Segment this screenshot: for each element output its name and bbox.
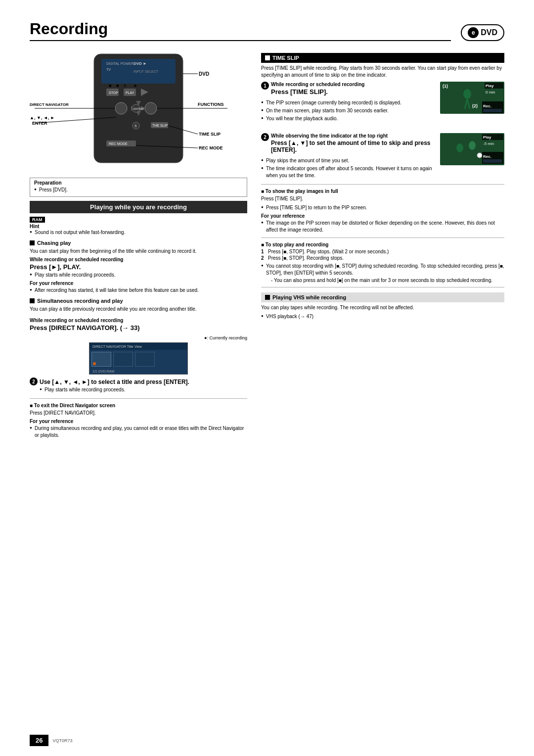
page-title: Recording <box>30 20 451 41</box>
step2-bullet: Play starts while recording proceeds. <box>40 386 247 393</box>
step2-content: Use [▲, ▼, ◄, ►] to select a title and p… <box>40 378 247 394</box>
simultaneous-section: Simultaneous recording and play You can … <box>30 298 247 439</box>
step2-right-content: While observing the time indicator at th… <box>271 133 436 154</box>
svg-text:INPUT SELECT: INPUT SELECT <box>134 70 159 73</box>
ts-step1-label: While recording or scheduled recording <box>271 82 364 87</box>
svg-point-56 <box>469 141 476 150</box>
divider2 <box>261 184 504 185</box>
sim-ref-text: During simultaneous recording and play, … <box>30 425 247 439</box>
ts2-bullet2: The time indicator goes off after about … <box>261 165 504 179</box>
playing-vhs-title: Playing VHS while recording <box>261 292 504 302</box>
main-content: DIGITAL POWER TV DVD ► INPUT SELECT STOP… <box>30 49 504 440</box>
svg-text:(1): (1) <box>443 84 448 89</box>
vhs-square-icon <box>265 295 270 300</box>
to-show-bullet: Press [TIME SLIP] to return to the PIP s… <box>261 204 504 211</box>
svg-text:DVD: DVD <box>199 71 209 77</box>
chasing-play-body: You can start play from the beginning of… <box>30 248 247 255</box>
page: Recording e DVD DIGITAL POWER TV DVD ► <box>0 0 534 756</box>
to-exit-label: ■ To exit the Direct Navigator screen <box>30 403 247 408</box>
svg-text:Play: Play <box>486 84 494 88</box>
remote-illustration: DIGITAL POWER TV DVD ► INPUT SELECT STOP… <box>30 49 247 178</box>
svg-text:Play: Play <box>483 135 491 140</box>
sim-ref-label: For your reference <box>30 419 247 424</box>
chasing-play-title: Chasing play <box>30 240 247 246</box>
to-stop-item1: 1 Press [■, STOP]. Play stops. (Wait 2 o… <box>261 249 504 254</box>
time-slip-title: TIME SLIP <box>261 53 504 63</box>
to-show-label: ■ To show the play images in full <box>261 189 504 194</box>
chasing-play-label: While recording or scheduled recording <box>30 257 247 262</box>
divider4 <box>261 287 504 287</box>
chasing-ref-text: After recording has started, it will tak… <box>30 287 247 294</box>
ts-ref-label: For your reference <box>261 213 504 219</box>
svg-text:DIRECT NAVIGATOR: DIRECT NAVIGATOR <box>30 102 69 107</box>
prep-item: Press [DVD]. <box>34 187 243 193</box>
right-column: TIME SLIP Press [TIME SLIP] while record… <box>261 49 504 440</box>
step1-right-content: While recording or scheduled recording P… <box>271 82 364 96</box>
time-slip-body: Press [TIME SLIP] while recording. Play … <box>261 65 504 79</box>
remote-svg: DIGITAL POWER TV DVD ► INPUT SELECT STOP… <box>30 49 247 178</box>
hint-text: Sound is not output while fast-forwardin… <box>30 229 247 236</box>
black-square-icon <box>30 240 35 245</box>
svg-text:DVD ►: DVD ► <box>134 61 147 66</box>
footer-code: VQT0R73 <box>52 738 72 743</box>
prep-title: Preparation <box>34 180 243 186</box>
svg-text:►: ► <box>134 83 138 88</box>
to-stop-text: You cannot stop recording with [■, STOP]… <box>261 263 504 277</box>
ram-section: RAM Hint Sound is not output while fast-… <box>30 216 247 236</box>
divider3 <box>261 237 504 238</box>
svg-text:PLAY: PLAY <box>126 91 134 94</box>
svg-text:0 min: 0 min <box>486 90 495 94</box>
chasing-ref-label: For your reference <box>30 281 247 286</box>
svg-text:ENTER: ENTER <box>134 107 144 110</box>
to-stop-sub: - You can also press and hold [■] on the… <box>261 278 504 283</box>
hint-label: Hint <box>30 224 247 229</box>
svg-text:▲, ▼, ◄, ►: ▲, ▼, ◄, ► <box>30 115 55 120</box>
step1-label: While recording or scheduled recording <box>30 318 247 323</box>
dvd-badge: e DVD <box>461 24 504 41</box>
nav-screenshot: DIRECT NAVIGATOR Title View 1/1 DVD-RAM <box>89 342 188 375</box>
svg-text:■: ■ <box>116 83 119 88</box>
step1-cmd: Press [DIRECT NAVIGATOR]. (→ 33) <box>30 324 247 331</box>
svg-point-12 <box>145 102 157 114</box>
svg-text:REC MODE: REC MODE <box>199 145 223 150</box>
svg-point-43 <box>463 89 471 99</box>
ts-bullet3: You will hear the playback audio. <box>261 115 504 122</box>
dvd-icon: e <box>468 27 479 38</box>
to-stop-item2: 2 Press [■, STOP]. Recording stops. <box>261 255 504 261</box>
simultaneous-title: Simultaneous recording and play <box>30 298 247 304</box>
playing-vhs-section: Playing VHS while recording You can play… <box>261 292 504 320</box>
ram-badge: RAM <box>30 217 45 223</box>
svg-text:DIGITAL POWER: DIGITAL POWER <box>106 62 134 65</box>
svg-text:REC MODE: REC MODE <box>109 142 128 145</box>
simultaneous-step1: While recording or scheduled recording P… <box>30 316 247 332</box>
ts-step1-cmd: Press [TIME SLIP]. <box>271 88 364 95</box>
svg-text:STOP: STOP <box>109 91 118 94</box>
currently-recording-note: ●: Currently recording <box>30 335 247 340</box>
svg-text:■: ■ <box>109 83 111 88</box>
svg-text:ENTER: ENTER <box>32 121 47 126</box>
ts2-bullet1: Play skips the amount of time you set. <box>261 157 504 164</box>
ts-step2-label: While observing the time indicator at th… <box>271 133 436 139</box>
time-slip-icon <box>265 55 270 60</box>
playing-while-recording-header: Playing while you are recording <box>30 201 247 213</box>
dvd-label: DVD <box>481 28 497 37</box>
to-show-text: Press [TIME SLIP]. <box>261 195 504 202</box>
simultaneous-step2: 2 Use [▲, ▼, ◄, ►] to select a title and… <box>30 378 247 394</box>
chasing-play-cmd: Press [►], PLAY. <box>30 263 247 271</box>
svg-text:THE SLIP: THE SLIP <box>152 124 168 127</box>
ts-bullet2: On the main screen, play starts from 30 … <box>261 107 504 114</box>
svg-text:S: S <box>134 124 137 128</box>
step-num-2: 2 <box>261 133 269 141</box>
black-square-icon2 <box>30 298 35 303</box>
svg-text:-5 min: -5 min <box>483 142 494 146</box>
vhs-body: You can play tapes while recording. The … <box>261 304 504 311</box>
step1-content: While recording or scheduled recording P… <box>30 316 247 332</box>
ts-step2-cmd: Press [▲, ▼] to set the amount of time t… <box>271 140 436 153</box>
svg-point-55 <box>456 143 463 152</box>
svg-text:TV: TV <box>106 68 111 71</box>
preparation-box: Preparation Press [DVD]. <box>30 178 247 197</box>
ts-bullet1: The PIP screen (image currently being re… <box>261 99 504 106</box>
step-number-2: 2 <box>30 378 38 385</box>
time-slip-step2-area: Play -5 min Rec. 2 While observing the t… <box>261 133 504 180</box>
ts-ref-text: The image on the PIP screen may be disto… <box>261 220 504 234</box>
